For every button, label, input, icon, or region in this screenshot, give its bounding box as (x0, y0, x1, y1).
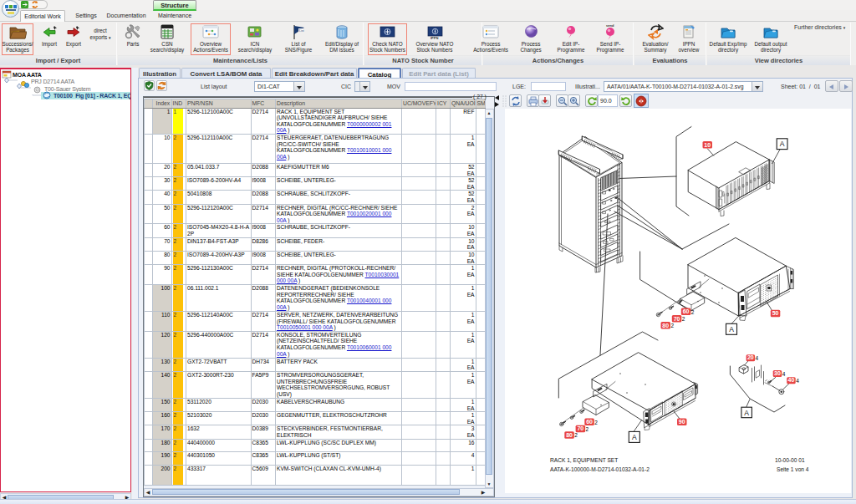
svg-text:A: A (632, 433, 637, 441)
svg-text:4: 4 (796, 378, 799, 384)
svg-text:A: A (780, 140, 785, 148)
svg-text:4: 4 (782, 371, 786, 377)
svg-text:80: 80 (566, 432, 573, 438)
svg-text:2: 2 (586, 426, 589, 432)
svg-text:2: 2 (691, 309, 695, 315)
svg-text:60: 60 (683, 308, 690, 314)
svg-text:2: 2 (671, 323, 675, 328)
svg-text:50: 50 (772, 310, 779, 316)
svg-text:2: 2 (574, 432, 578, 438)
svg-text:10: 10 (704, 142, 711, 148)
svg-text:2: 2 (682, 316, 685, 322)
svg-text:80: 80 (662, 323, 669, 328)
svg-text:2: 2 (594, 420, 598, 425)
svg-text:20: 20 (747, 354, 754, 360)
svg-text:AATA-K-100000-M-D2714-01032-A-: AATA-K-100000-M-D2714-01032-A-01-2 (550, 466, 650, 472)
svg-text:40: 40 (788, 377, 795, 383)
svg-text:RACK 1, EQUIPMENT SET: RACK 1, EQUIPMENT SET (550, 457, 618, 464)
svg-text:10-00-00 01: 10-00-00 01 (775, 457, 805, 463)
svg-text:30: 30 (774, 370, 781, 376)
svg-text:IPPN: IPPN (431, 36, 438, 40)
svg-text:60: 60 (586, 419, 593, 425)
svg-text:Seite 1 von 4: Seite 1 von 4 (777, 466, 809, 472)
svg-text:send: send (606, 23, 614, 28)
svg-text:A: A (744, 409, 749, 417)
svg-text:70: 70 (674, 316, 680, 322)
svg-text:90: 90 (679, 419, 685, 425)
svg-text:4: 4 (756, 355, 759, 361)
svg-text:70: 70 (577, 425, 583, 431)
svg-text:List: List (299, 29, 303, 33)
svg-text:A: A (729, 325, 734, 333)
